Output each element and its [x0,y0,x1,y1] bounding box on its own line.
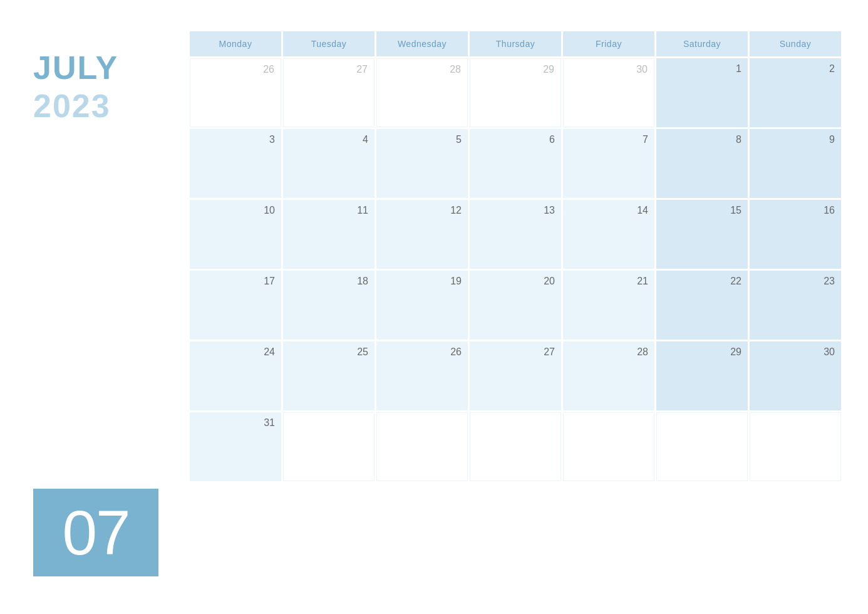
day-cell[interactable]: 21 [563,271,654,340]
day-cell-empty [750,412,841,481]
month-number-box: 07 [33,489,158,576]
day-cell[interactable]: 25 [283,341,375,410]
day-cell-empty [376,412,468,481]
day-cell[interactable]: 5 [376,129,468,198]
day-cell[interactable]: 28 [376,58,468,127]
day-cell[interactable]: 27 [283,58,375,127]
day-cell[interactable]: 26 [190,58,281,127]
header-thursday: Thursday [470,31,561,56]
header-saturday: Saturday [656,31,748,56]
day-cell[interactable]: 10 [190,200,281,269]
day-cell[interactable]: 1 [656,58,748,127]
day-cell[interactable]: 3 [190,129,281,198]
day-cell-empty [470,412,561,481]
day-cell[interactable]: 30 [563,58,654,127]
month-year-header: JULY 2023 [33,50,190,125]
day-cell[interactable]: 6 [470,129,561,198]
day-cell[interactable]: 18 [283,271,375,340]
header-wednesday: Wednesday [376,31,468,56]
day-cell[interactable]: 27 [470,341,561,410]
day-cell[interactable]: 4 [283,129,375,198]
header-friday: Friday [563,31,654,56]
day-cell-empty [656,412,748,481]
day-cell[interactable]: 29 [656,341,748,410]
day-cell-empty [283,412,375,481]
year-title: 2023 [33,87,190,125]
day-cell[interactable]: 8 [656,129,748,198]
calendar-page: JULY 2023 07 Monday Tuesday Wednesday Th… [27,31,841,583]
day-cell[interactable]: 17 [190,271,281,340]
header-tuesday: Tuesday [283,31,375,56]
day-cell[interactable]: 13 [470,200,561,269]
day-cell[interactable]: 22 [656,271,748,340]
day-cell[interactable]: 15 [656,200,748,269]
day-cell[interactable]: 30 [750,341,841,410]
left-panel: JULY 2023 07 [27,31,190,583]
header-sunday: Sunday [750,31,841,56]
day-cell[interactable]: 14 [563,200,654,269]
day-cell[interactable]: 7 [563,129,654,198]
day-cell[interactable]: 26 [376,341,468,410]
day-cell-empty [563,412,654,481]
day-cell[interactable]: 24 [190,341,281,410]
header-monday: Monday [190,31,281,56]
day-cell[interactable]: 31 [190,412,281,481]
day-cell[interactable]: 16 [750,200,841,269]
day-cell[interactable]: 23 [750,271,841,340]
day-cell[interactable]: 28 [563,341,654,410]
month-title: JULY [33,50,190,86]
days-grid: 26 27 28 29 30 1 2 3 4 5 6 7 8 9 10 11 1… [190,58,841,481]
day-cell[interactable]: 2 [750,58,841,127]
day-cell[interactable]: 29 [470,58,561,127]
weekday-header-row: Monday Tuesday Wednesday Thursday Friday… [190,31,841,56]
day-cell[interactable]: 9 [750,129,841,198]
day-cell[interactable]: 20 [470,271,561,340]
day-cell[interactable]: 11 [283,200,375,269]
day-cell[interactable]: 12 [376,200,468,269]
month-number: 07 [62,497,129,569]
day-cell[interactable]: 19 [376,271,468,340]
calendar-grid: Monday Tuesday Wednesday Thursday Friday… [190,31,841,481]
